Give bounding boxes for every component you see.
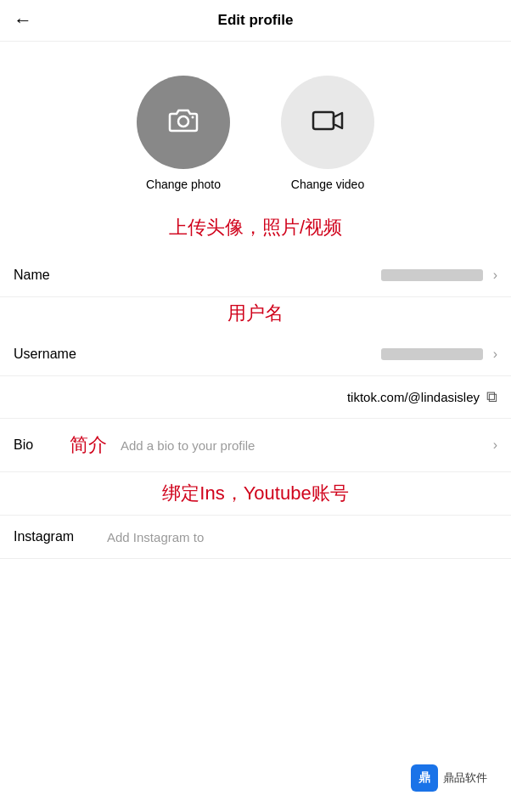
- camera-icon: [165, 102, 202, 143]
- back-button[interactable]: ←: [14, 9, 32, 31]
- copy-icon[interactable]: ⧉: [486, 388, 497, 406]
- svg-rect-2: [313, 112, 334, 129]
- instagram-label: Instagram: [14, 529, 107, 544]
- tiktok-link-row[interactable]: tiktok.com/@lindasisley ⧉: [0, 376, 511, 419]
- name-value-placeholder: [381, 269, 483, 281]
- media-section: Change photo Change video: [0, 42, 511, 208]
- page-title: Edit profile: [218, 12, 294, 29]
- username-value-area: ›: [98, 347, 497, 362]
- username-field-row[interactable]: Username ›: [0, 333, 511, 376]
- username-chevron-icon: ›: [493, 347, 497, 362]
- username-label: Username: [14, 347, 98, 362]
- video-icon: [309, 102, 346, 143]
- bio-annotation: 简介: [70, 432, 107, 458]
- username-annotation-row: 用户名: [0, 297, 511, 333]
- username-annotation: 用户名: [211, 296, 300, 337]
- name-value-area: ›: [98, 268, 497, 283]
- watermark-icon: 鼎: [411, 764, 438, 792]
- watermark: 鼎 鼎品软件: [404, 761, 494, 795]
- bio-field-row[interactable]: Bio 简介 Add a bio to your profile ›: [0, 419, 511, 472]
- video-avatar-circle: [281, 76, 374, 169]
- binding-annotation: 绑定Ins，Youtube账号: [0, 472, 511, 516]
- change-video-label: Change video: [291, 178, 364, 191]
- name-label: Name: [14, 268, 98, 283]
- svg-point-1: [192, 116, 194, 119]
- name-field-row[interactable]: Name ›: [0, 254, 511, 297]
- change-video-button[interactable]: Change video: [281, 76, 374, 191]
- change-photo-label: Change photo: [146, 178, 221, 191]
- photo-avatar-circle: [137, 76, 230, 169]
- svg-point-0: [178, 116, 188, 127]
- bio-label: Bio: [14, 437, 56, 453]
- name-chevron-icon: ›: [493, 268, 497, 283]
- instagram-placeholder: Add Instagram to: [107, 530, 497, 544]
- bio-chevron-icon: ›: [493, 437, 497, 453]
- header: ← Edit profile: [0, 0, 511, 42]
- username-value-placeholder: [381, 348, 483, 360]
- bio-placeholder-text: Add a bio to your profile: [121, 438, 490, 453]
- tiktok-link-text: tiktok.com/@lindasisley: [347, 390, 480, 404]
- watermark-label: 鼎品软件: [443, 770, 487, 786]
- instagram-field-row[interactable]: Instagram Add Instagram to: [0, 516, 511, 559]
- change-photo-button[interactable]: Change photo: [137, 76, 230, 191]
- upload-annotation: 上传头像，照片/视频: [0, 208, 511, 254]
